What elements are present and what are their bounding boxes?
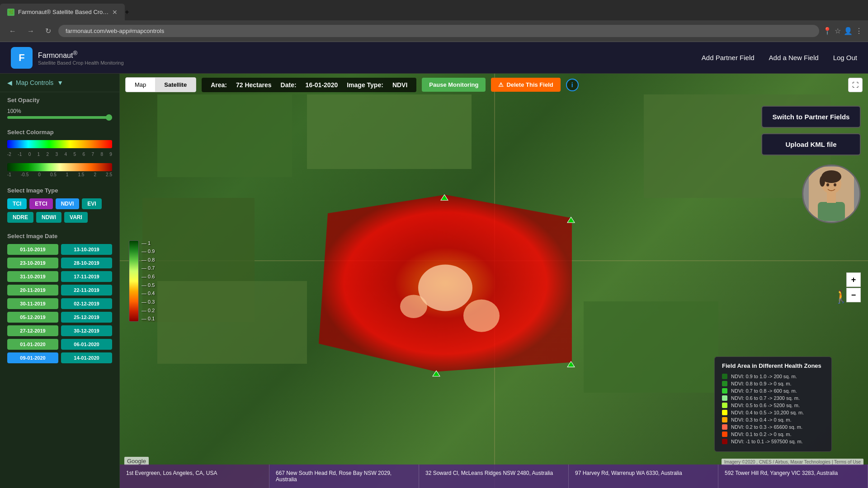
logout-button[interactable]: Log Out: [833, 54, 857, 61]
date-22-11-2019[interactable]: 22-11-2019: [61, 285, 112, 296]
new-tab-button[interactable]: +: [125, 8, 129, 16]
app-header: F Farmonaut® Satellite Based Crop Health…: [0, 42, 868, 74]
ndvi-button[interactable]: NDVI: [56, 198, 80, 209]
field-card-5[interactable]: 592 Tower Hill Rd, Yangery VIC 3283, Aus…: [718, 465, 868, 488]
opacity-slider-container: 100%: [0, 106, 119, 124]
date-23-10-2019[interactable]: 23-10-2019: [7, 258, 58, 268]
map-view-button[interactable]: Map: [126, 78, 155, 92]
field-cards: 1st Evergreen, Los Angeles, CA, USA 667 …: [120, 465, 868, 488]
etci-button[interactable]: ETCI: [29, 198, 52, 209]
colormap-scale-2: -1-0.500.511.522.5: [7, 172, 112, 177]
nav-bar: ← → ↻ 📍 ☆ 👤 ⋮: [0, 20, 868, 42]
evi-button[interactable]: EVI: [82, 198, 101, 209]
vari-button[interactable]: VARI: [64, 212, 88, 223]
date-label: Date:: [281, 81, 297, 89]
favicon: 🌿: [7, 9, 14, 16]
logo-title: Farmonaut®: [38, 50, 124, 60]
svg-point-3: [400, 295, 427, 318]
health-zone-row-4: NDVI: 0.6 to 0.7 -> 2300 sq. m.: [722, 395, 824, 401]
tab-title: Farmonaut® Satellite Based Cro…: [18, 9, 108, 15]
date-grid: 01-10-2019 13-10-2019 23-10-2019 28-10-2…: [0, 242, 119, 365]
health-zone-row-8: NDVI: 0.2 to 0.3 -> 65600 sq. m.: [722, 424, 824, 430]
colormap-bar-1[interactable]: [7, 140, 112, 148]
image-type-label: Image Type:: [347, 81, 383, 89]
date-09-01-2020[interactable]: 09-01-2020: [7, 352, 58, 363]
info-icon[interactable]: i: [566, 79, 579, 91]
location-icon: 📍: [823, 27, 832, 35]
health-zones-title: Field Area in Different Health Zones: [722, 362, 824, 369]
svg-point-14: [826, 183, 829, 187]
ndre-button[interactable]: NDRE: [7, 212, 33, 223]
date-27-12-2019[interactable]: 27-12-2019: [7, 325, 58, 336]
sidebar: ◀ Map Controls ▼ Set Opacity 100% Select…: [0, 74, 120, 488]
ndwi-button[interactable]: NDWI: [36, 212, 61, 223]
date-02-12-2019[interactable]: 02-12-2019: [61, 298, 112, 309]
colormap-bar-2[interactable]: [7, 163, 112, 171]
main-layout: ◀ Map Controls ▼ Set Opacity 100% Select…: [0, 74, 868, 488]
map-controls-header[interactable]: ◀ Map Controls ▼: [0, 74, 119, 92]
svg-marker-7: [433, 371, 440, 376]
date-01-01-2020[interactable]: 01-01-2020: [7, 339, 58, 350]
active-tab[interactable]: 🌿 Farmonaut® Satellite Based Cro… ✕: [0, 4, 125, 20]
add-new-field-button[interactable]: Add a New Field: [769, 54, 819, 61]
opacity-slider-fill: [7, 116, 112, 119]
health-zone-row-3: NDVI: 0.7 to 0.8 -> 600 sq. m.: [722, 388, 824, 394]
logo-icon: F: [11, 47, 33, 69]
health-dot-8: [722, 424, 727, 430]
field-card-4[interactable]: 97 Harvey Rd, Warrenup WA 6330, Australi…: [569, 465, 718, 488]
date-13-10-2019[interactable]: 13-10-2019: [61, 244, 112, 255]
field-card-2[interactable]: 667 New South Head Rd, Rose Bay NSW 2029…: [269, 465, 419, 488]
date-05-12-2019[interactable]: 05-12-2019: [7, 312, 58, 323]
svg-point-2: [463, 300, 500, 332]
date-31-10-2019[interactable]: 31-10-2019: [7, 271, 58, 282]
upload-kml-button[interactable]: Upload KML file: [761, 133, 861, 155]
delete-field-button[interactable]: ⚠ Delete This Field: [491, 78, 560, 92]
right-panel: Switch to Partner Fields Upload KML file: [754, 99, 868, 230]
zoom-out-button[interactable]: −: [846, 288, 861, 302]
health-dot-7: [722, 417, 727, 422]
svg-rect-12: [818, 202, 845, 221]
health-zone-row-1: NDVI: 0.9 to 1.0 -> 200 sq. m.: [722, 374, 824, 379]
opacity-slider-track[interactable]: [7, 116, 112, 119]
date-30-12-2019[interactable]: 30-12-2019: [61, 325, 112, 336]
url-bar[interactable]: [58, 25, 819, 37]
back-button[interactable]: ←: [5, 25, 20, 37]
health-dot-3: [722, 388, 727, 394]
menu-icon: ⋮: [855, 27, 863, 35]
health-zone-row-7: NDVI: 0.3 to 0.4 -> 0 sq. m.: [722, 417, 824, 422]
svg-point-11: [820, 176, 825, 187]
fullscreen-button[interactable]: ⛶: [848, 78, 863, 92]
add-partner-field-button[interactable]: Add Partner Field: [702, 54, 755, 61]
date-14-01-2020[interactable]: 14-01-2020: [61, 352, 112, 363]
avatar: [802, 164, 861, 223]
tci-button[interactable]: TCI: [7, 198, 27, 209]
date-30-11-2019[interactable]: 30-11-2019: [7, 298, 58, 309]
switch-partner-fields-button[interactable]: Switch to Partner Fields: [761, 106, 861, 128]
date-17-11-2019[interactable]: 17-11-2019: [61, 271, 112, 282]
close-tab-button[interactable]: ✕: [112, 9, 118, 16]
refresh-button[interactable]: ↻: [42, 25, 55, 37]
logo-tagline: Satellite Based Crop Health Monitoring: [38, 60, 124, 66]
map-area: — 1 — 0.9 — 0.8 — 0.7 — 0.6 — 0.5 — 0.4 …: [120, 74, 868, 488]
opacity-slider-thumb[interactable]: [106, 114, 112, 121]
health-dot-6: [722, 410, 727, 415]
warning-icon: ⚠: [498, 81, 504, 88]
pause-monitoring-button[interactable]: Pause Monitoring: [422, 78, 486, 92]
forward-button[interactable]: →: [24, 25, 38, 37]
field-card-3[interactable]: 32 Soward Cl, McLeans Ridges NSW 2480, A…: [419, 465, 569, 488]
date-01-10-2019[interactable]: 01-10-2019: [7, 244, 58, 255]
date-28-10-2019[interactable]: 28-10-2019: [61, 258, 112, 268]
date-20-11-2019[interactable]: 20-11-2019: [7, 285, 58, 296]
image-type-buttons: TCI ETCI NDVI EVI NDRE NDWI VARI: [0, 197, 119, 228]
bookmark-icon: ☆: [835, 27, 841, 35]
health-dot-9: [722, 432, 727, 437]
area-value: 72 Hectares: [236, 81, 272, 89]
satellite-view-button[interactable]: Satellite: [155, 78, 196, 92]
health-dot-1: [722, 374, 727, 379]
health-zone-row-5: NDVI: 0.5 to 0.6 -> 5200 sq. m.: [722, 403, 824, 408]
field-card-1[interactable]: 1st Evergreen, Los Angeles, CA, USA: [120, 465, 269, 488]
date-25-12-2019[interactable]: 25-12-2019: [61, 312, 112, 323]
date-06-01-2020[interactable]: 06-01-2020: [61, 339, 112, 350]
colormap-container: -2-10123456789 -1-0.500.511.522.5: [0, 138, 119, 183]
zoom-in-button[interactable]: +: [846, 272, 861, 287]
